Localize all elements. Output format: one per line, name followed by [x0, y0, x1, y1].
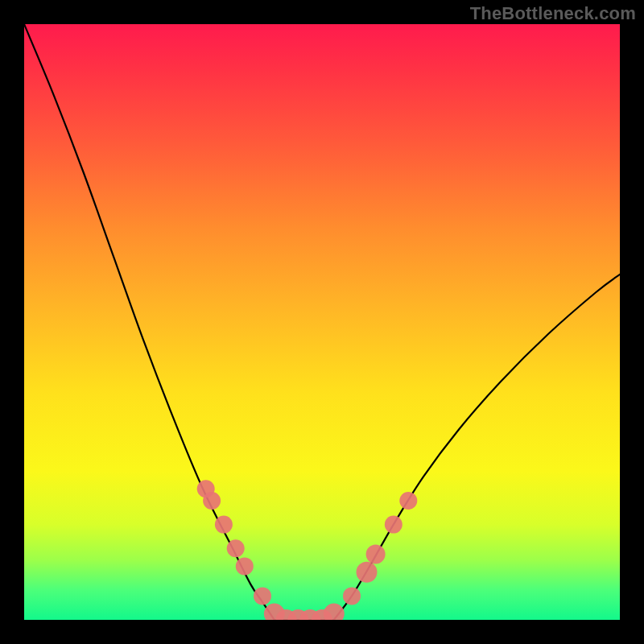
chart-container: { "watermark": "TheBottleneck.com", "cha… — [0, 0, 644, 644]
marker-12 — [343, 587, 361, 605]
chart-svg — [24, 24, 620, 620]
marker-2 — [215, 516, 233, 534]
marker-15 — [385, 516, 402, 534]
marker-3 — [227, 539, 245, 557]
series-curve-left — [24, 24, 275, 620]
marker-14 — [366, 545, 386, 564]
marker-11 — [324, 604, 345, 620]
bottleneck-curve — [24, 24, 620, 620]
marker-1 — [203, 492, 221, 510]
marker-13 — [357, 562, 378, 583]
plot-area — [24, 24, 620, 620]
marker-16 — [399, 492, 417, 510]
marker-4 — [236, 557, 254, 575]
data-markers — [197, 480, 418, 620]
watermark-text: TheBottleneck.com — [470, 3, 636, 24]
marker-5 — [254, 587, 271, 605]
series-curve-right — [334, 275, 620, 620]
